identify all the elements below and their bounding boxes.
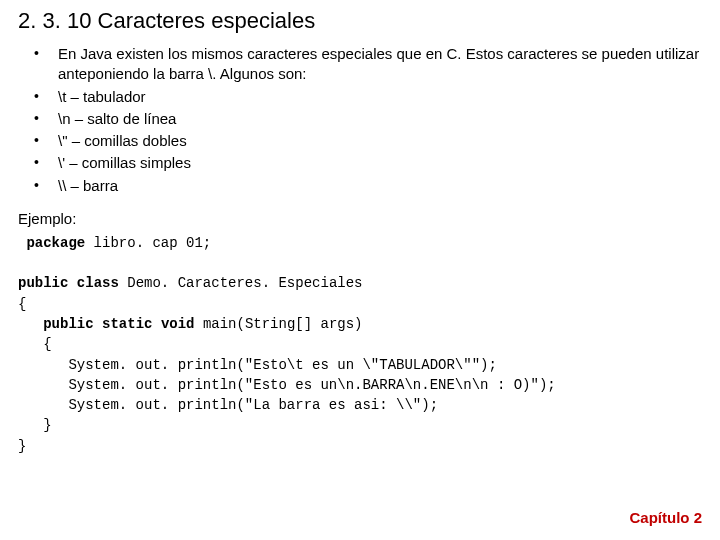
page-container: 2. 3. 10 Caracteres especiales En Java e… bbox=[0, 0, 720, 540]
code-text: System. out. println("Esto es un\n.BARRA… bbox=[18, 377, 556, 393]
keyword-static: static bbox=[102, 316, 152, 332]
code-text: } bbox=[18, 438, 26, 454]
code-text: { bbox=[18, 336, 52, 352]
code-text: System. out. println("La barra es asi: \… bbox=[18, 397, 438, 413]
list-item: \t – tabulador bbox=[48, 87, 702, 107]
keyword-public: public bbox=[18, 275, 68, 291]
footer-chapter: Capítulo 2 bbox=[629, 509, 702, 526]
keyword-public: public bbox=[43, 316, 93, 332]
list-item: \" – comillas dobles bbox=[48, 131, 702, 151]
keyword-package: package bbox=[26, 235, 85, 251]
code-block: package libro. cap 01; public class Demo… bbox=[18, 233, 702, 456]
code-text: Demo. Caracteres. Especiales bbox=[119, 275, 363, 291]
code-text: libro. cap 01; bbox=[85, 235, 211, 251]
section-title: 2. 3. 10 Caracteres especiales bbox=[18, 8, 702, 34]
list-item: \' – comillas simples bbox=[48, 153, 702, 173]
code-text: System. out. println("Esto\t es un \"TAB… bbox=[18, 357, 497, 373]
list-item: En Java existen los mismos caracteres es… bbox=[48, 44, 702, 85]
code-text: { bbox=[18, 296, 26, 312]
keyword-class: class bbox=[77, 275, 119, 291]
example-label: Ejemplo: bbox=[18, 210, 702, 227]
code-text: main(String[] args) bbox=[194, 316, 362, 332]
list-item: \n – salto de línea bbox=[48, 109, 702, 129]
bullet-list: En Java existen los mismos caracteres es… bbox=[18, 44, 702, 196]
code-text: } bbox=[18, 417, 52, 433]
code-text bbox=[18, 316, 43, 332]
list-item: \\ – barra bbox=[48, 176, 702, 196]
keyword-void: void bbox=[161, 316, 195, 332]
